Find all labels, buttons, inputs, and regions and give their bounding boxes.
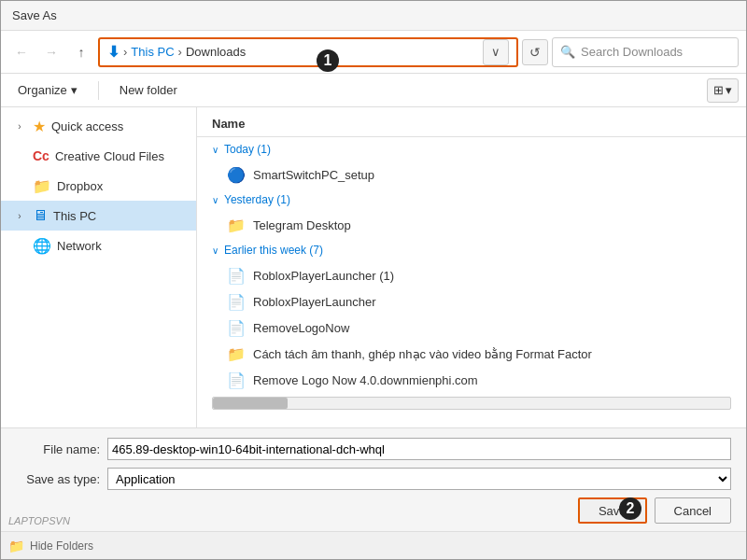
file-telegram[interactable]: 📁 Telegram Desktop: [197, 212, 746, 238]
star-icon: ★: [33, 118, 46, 135]
sidebar-item-dropbox[interactable]: 📁 Dropbox: [1, 171, 196, 201]
savetype-select[interactable]: Application: [107, 468, 731, 490]
view-arrow-icon: ▾: [726, 83, 732, 97]
quick-access-expander: ›: [12, 119, 27, 133]
breadcrumb-this-pc[interactable]: This PC: [131, 45, 174, 59]
down-arrow-icon: ⬇: [107, 43, 120, 61]
up-button[interactable]: ↑: [68, 39, 94, 65]
view-button[interactable]: ⊞ ▾: [707, 78, 739, 103]
roblox1-icon: 📄: [227, 266, 246, 285]
footer-bar: 📁 Hide Folders: [1, 531, 746, 559]
sidebar-item-quick-access[interactable]: › ★ Quick access: [1, 111, 196, 141]
cach-tach-icon: 📁: [227, 344, 246, 363]
yesterday-chevron-icon: ∨: [212, 195, 218, 205]
group-yesterday[interactable]: ∨ Yesterday (1): [197, 188, 746, 212]
file-cach-tach[interactable]: 📁 Cách tách âm thanh, ghép nhạc vào vide…: [197, 341, 746, 367]
footer-folder-icon: 📁: [8, 539, 24, 553]
main-content: › ★ Quick access Cc Creative Cloud Files…: [1, 107, 746, 427]
filename-row: File name:: [16, 436, 731, 462]
network-icon: 🌐: [33, 237, 51, 255]
organize-arrow-icon: ▾: [71, 83, 78, 97]
telegram-icon: 📁: [227, 216, 246, 234]
removelogo-icon: 📄: [227, 318, 246, 337]
sidebar-label-quick-access: Quick access: [51, 119, 189, 133]
new-folder-button[interactable]: New folder: [110, 78, 187, 103]
savetype-label: Save as type:: [16, 472, 100, 486]
sidebar-label-network: Network: [57, 239, 189, 253]
back-button[interactable]: ←: [8, 39, 35, 65]
earlier-chevron-icon: ∨: [212, 245, 218, 256]
sidebar: › ★ Quick access Cc Creative Cloud Files…: [1, 107, 197, 427]
network-expander: [12, 238, 27, 253]
search-placeholder: Search Downloads: [581, 45, 683, 59]
file-roblox2-name: RobloxPlayerLauncher: [253, 295, 376, 309]
watermark: LAPTOPSVN: [8, 515, 70, 526]
new-folder-label: New folder: [120, 83, 177, 97]
this-pc-expander: ›: [12, 208, 27, 223]
breadcrumb-dropdown[interactable]: ∨: [483, 39, 509, 65]
hide-folders-label[interactable]: Hide Folders: [30, 539, 93, 553]
file-smartswitch-name: SmartSwitchPC_setup: [253, 168, 374, 182]
creative-cloud-expander: [12, 148, 27, 163]
group-earlier[interactable]: ∨ Earlier this week (7): [197, 238, 746, 262]
title-bar: Save As: [1, 1, 746, 31]
roblox2-icon: 📄: [227, 292, 246, 311]
name-column-header: Name: [212, 117, 245, 131]
dialog-title: Save As: [12, 8, 57, 22]
breadcrumb: ⬇ › This PC › Downloads ∨: [98, 37, 518, 67]
sidebar-label-this-pc: This PC: [53, 209, 189, 223]
nav-bar: ← → ↑ ⬇ › This PC › Downloads ∨ ↺ 🔍 Sear…: [1, 31, 746, 74]
filename-input[interactable]: [107, 438, 731, 460]
refresh-icon: ↺: [529, 45, 541, 60]
file-removelogo-name: RemoveLogoNow: [253, 321, 349, 335]
sidebar-item-network[interactable]: 🌐 Network: [1, 231, 196, 260]
forward-button[interactable]: →: [38, 39, 64, 65]
file-list: Name ∨ Today (1) 🔵 SmartSwitchPC_setup ∨…: [197, 107, 746, 427]
earlier-label: Earlier this week (7): [224, 244, 323, 257]
scrollbar-thumb: [213, 398, 288, 409]
dropbox-icon: 📁: [33, 177, 51, 195]
file-removelogo[interactable]: 📄 RemoveLogoNow: [197, 315, 746, 341]
file-roblox2[interactable]: 📄 RobloxPlayerLauncher: [197, 288, 746, 315]
file-smartswitch[interactable]: 🔵 SmartSwitchPC_setup: [197, 161, 746, 188]
group-today[interactable]: ∨ Today (1): [197, 137, 746, 161]
refresh-button[interactable]: ↺: [522, 39, 548, 65]
file-removelogo40[interactable]: 📄 Remove Logo Now 4.0.downmienphi.com: [197, 367, 746, 393]
toolbar-separator: [98, 81, 99, 100]
sidebar-item-creative-cloud[interactable]: Cc Creative Cloud Files: [1, 141, 196, 171]
this-pc-icon: 🖥: [33, 207, 48, 224]
file-roblox1[interactable]: 📄 RobloxPlayerLauncher (1): [197, 262, 746, 288]
today-chevron-icon: ∨: [212, 145, 218, 155]
filename-label: File name:: [16, 442, 100, 456]
organize-label: Organize: [18, 83, 67, 97]
sidebar-item-this-pc[interactable]: › 🖥 This PC: [1, 201, 196, 231]
view-icon: ⊞: [713, 83, 724, 97]
savetype-row: Save as type: Application: [16, 466, 731, 492]
file-roblox1-name: RobloxPlayerLauncher (1): [253, 269, 394, 283]
smartswitch-icon: 🔵: [227, 165, 246, 184]
search-bar[interactable]: 🔍 Search Downloads: [552, 37, 739, 67]
file-telegram-name: Telegram Desktop: [253, 218, 351, 232]
sidebar-label-creative-cloud: Creative Cloud Files: [55, 149, 189, 163]
cancel-button[interactable]: Cancel: [655, 497, 731, 524]
horizontal-scrollbar[interactable]: [212, 397, 731, 410]
file-cach-tach-name: Cách tách âm thanh, ghép nhạc vào video …: [253, 347, 592, 361]
search-icon: 🔍: [560, 45, 575, 59]
creative-cloud-icon: Cc: [33, 148, 49, 163]
file-removelogo40-name: Remove Logo Now 4.0.downmienphi.com: [253, 373, 478, 387]
toolbar: Organize ▾ New folder ⊞ ▾: [1, 74, 746, 107]
step1-badge: 1: [317, 49, 339, 72]
sidebar-label-dropbox: Dropbox: [57, 179, 189, 193]
organize-button[interactable]: Organize ▾: [8, 78, 87, 103]
step2-badge: 2: [619, 497, 641, 520]
breadcrumb-downloads: Downloads: [186, 45, 246, 59]
dropbox-expander: [12, 178, 27, 193]
today-label: Today (1): [224, 143, 271, 156]
removelogo40-icon: 📄: [227, 371, 246, 389]
chevron-down-icon: ∨: [491, 45, 500, 59]
yesterday-label: Yesterday (1): [224, 193, 290, 206]
file-list-header: Name: [197, 111, 746, 137]
